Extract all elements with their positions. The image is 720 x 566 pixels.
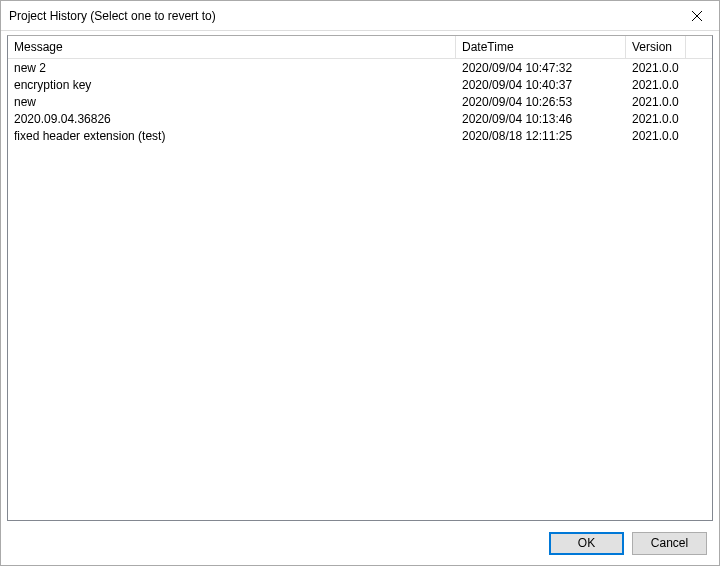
cell-version: 2021.0.0 [626,78,686,92]
cell-version: 2021.0.0 [626,129,686,143]
titlebar: Project History (Select one to revert to… [1,1,719,31]
cell-datetime: 2020/08/18 12:11:25 [456,129,626,143]
dialog-content: Message DateTime Version new 22020/09/04… [1,31,719,521]
close-icon [692,11,702,21]
column-header-version[interactable]: Version [626,36,686,58]
cell-version: 2021.0.0 [626,95,686,109]
cell-version: 2021.0.0 [626,112,686,126]
cell-message: 2020.09.04.36826 [8,112,456,126]
cell-message: new 2 [8,61,456,75]
close-button[interactable] [674,1,719,31]
cell-message: fixed header extension (test) [8,129,456,143]
cell-datetime: 2020/09/04 10:13:46 [456,112,626,126]
cell-datetime: 2020/09/04 10:26:53 [456,95,626,109]
ok-button[interactable]: OK [549,532,624,555]
table-row[interactable]: fixed header extension (test)2020/08/18 … [8,127,712,144]
table-row[interactable]: new 22020/09/04 10:47:322021.0.0 [8,59,712,76]
column-header-message[interactable]: Message [8,36,456,58]
history-list: Message DateTime Version new 22020/09/04… [7,35,713,521]
list-body: new 22020/09/04 10:47:322021.0.0encrypti… [8,59,712,520]
window-title: Project History (Select one to revert to… [9,9,674,23]
column-header-datetime[interactable]: DateTime [456,36,626,58]
list-header: Message DateTime Version [8,36,712,59]
button-bar: OK Cancel [1,521,719,565]
cell-version: 2021.0.0 [626,61,686,75]
column-header-spacer [686,36,712,58]
cell-datetime: 2020/09/04 10:47:32 [456,61,626,75]
table-row[interactable]: 2020.09.04.368262020/09/04 10:13:462021.… [8,110,712,127]
cell-message: new [8,95,456,109]
cancel-button[interactable]: Cancel [632,532,707,555]
cell-datetime: 2020/09/04 10:40:37 [456,78,626,92]
table-row[interactable]: encryption key2020/09/04 10:40:372021.0.… [8,76,712,93]
cell-message: encryption key [8,78,456,92]
table-row[interactable]: new2020/09/04 10:26:532021.0.0 [8,93,712,110]
